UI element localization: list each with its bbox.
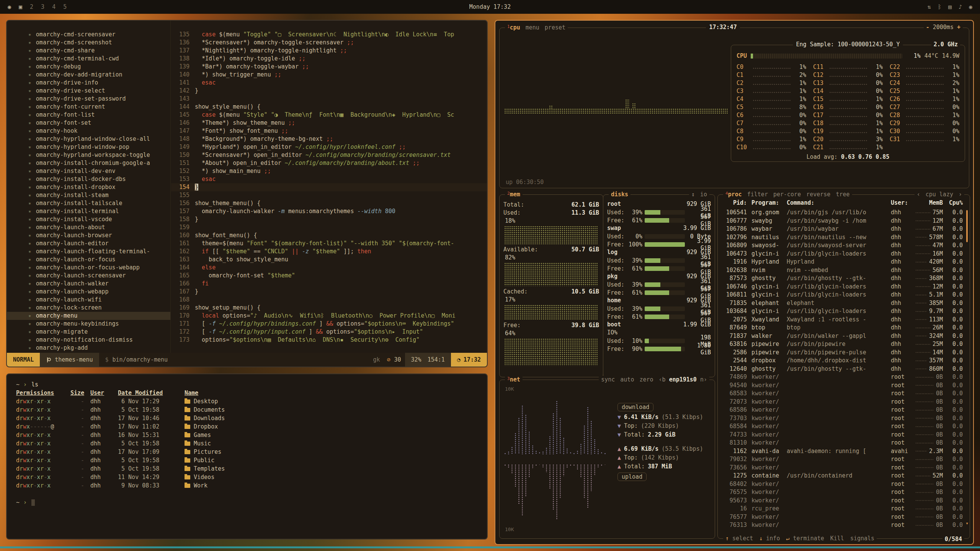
file-item[interactable]: ∗omarchy-cmd-terminal-cwd: [7, 55, 170, 63]
file-item[interactable]: ∗omarchy-font-current: [7, 103, 170, 111]
process-row[interactable]: 102796nautilus/usr/bin/nautilus --newdhh…: [722, 233, 963, 242]
file-item[interactable]: ∗omarchy-install-chromium-google-a: [7, 159, 170, 167]
file-item[interactable]: ∗omarchy-install-dev-env: [7, 167, 170, 175]
process-row[interactable]: 102638nvimnvim --embeddhh56M0.0: [722, 266, 963, 275]
process-row[interactable]: 73656kworker/root0B0.0: [722, 464, 963, 472]
tree-button[interactable]: tree: [836, 191, 849, 199]
process-row[interactable]: 16rcu_preeroot0B0.0: [722, 505, 963, 513]
process-row[interactable]: 73703kworker/root0B0.0: [722, 414, 963, 423]
file-item[interactable]: ∗omarchy-hyprland-window-pop: [7, 143, 170, 151]
process-row[interactable]: 87649btopbtopdhh26M0.0: [722, 324, 963, 332]
file-item[interactable]: ∗omarchy-launch-about: [7, 223, 170, 231]
file-item[interactable]: ∗omarchy-debug: [7, 63, 170, 71]
column-header[interactable]: User:: [891, 199, 915, 208]
file-item[interactable]: ∗omarchy-launch-or-focus: [7, 256, 170, 264]
menu-button[interactable]: menu: [526, 24, 539, 32]
process-row[interactable]: 94540kworker/root0B0.0: [722, 381, 963, 390]
net-zero-button[interactable]: zero: [639, 376, 653, 384]
process-row[interactable]: 106811glycin-i/usr/lib/glycin-loadersdhh…: [722, 291, 963, 299]
file-item[interactable]: ∗omarchy-launch-browser: [7, 231, 170, 240]
process-row[interactable]: 74733kworker/root0B0.0: [722, 431, 963, 439]
file-item[interactable]: ∗omarchy-install-terminal: [7, 207, 170, 215]
file-item[interactable]: ∗omarchy-lock-screen: [7, 304, 170, 312]
file-item[interactable]: ∗omarchy-install-steam: [7, 191, 170, 199]
process-row[interactable]: 68586kworker/root0B0.0: [722, 406, 963, 414]
process-row[interactable]: 68402kworker/root0B0.0: [722, 480, 963, 489]
process-row[interactable]: 71837walker/usr/bin/walker --gappldhh324…: [722, 332, 963, 341]
process-row[interactable]: 95673kworker/root0B0.0: [722, 497, 963, 505]
footer-action[interactable]: signals: [850, 535, 874, 543]
file-item[interactable]: ∗omarchy-pkg-add: [7, 344, 170, 352]
file-item[interactable]: ∗omarchy-drive-set-password: [7, 95, 170, 103]
process-row[interactable]: 106746glycin-i/usr/lib/glycin-loadersdhh…: [722, 283, 963, 291]
file-item[interactable]: ∗omarchy-hyprland-window-close-all: [7, 135, 170, 143]
workspace-5[interactable]: 5: [63, 3, 67, 10]
sort-selector[interactable]: ‹ cpu lazy ›: [915, 191, 964, 199]
file-item[interactable]: ∗omarchy-launch-screensaver: [7, 272, 170, 280]
file-item[interactable]: ∗omarchy-drive-info: [7, 79, 170, 87]
file-item[interactable]: ∗omarchy-hook: [7, 127, 170, 135]
net-sync-button[interactable]: sync: [601, 376, 615, 384]
sort-prev-icon[interactable]: ‹: [917, 191, 920, 199]
file-item[interactable]: ∗omarchy-launch-walker: [7, 280, 170, 288]
code-editor[interactable]: 135 case $(menu "Toggle" "▢ Screensaver\…: [171, 21, 487, 353]
process-row[interactable]: 106777swaybg/usr/bin/swaybg -i /homdhh12…: [722, 217, 963, 225]
process-row[interactable]: 1916HyprlandHyprlanddhh420M0.0: [722, 258, 963, 266]
process-row[interactable]: 103684glycin-i/usr/lib/glycin-loadersdhh…: [722, 307, 963, 316]
sort-next-icon[interactable]: ›: [959, 191, 962, 199]
file-item[interactable]: ∗omarchy-menu: [7, 312, 170, 320]
file-item[interactable]: ∗omarchy-menu-keybindings: [7, 320, 170, 328]
column-header[interactable]: MemB: [915, 199, 943, 208]
process-row[interactable]: 74869kworker/root0B0.0: [722, 373, 963, 381]
file-item[interactable]: ∗omarchy-launch-floating-terminal-: [7, 248, 170, 256]
process-row[interactable]: 106473glycin-i/usr/lib/glycin-loadersdhh…: [722, 250, 963, 258]
process-row[interactable]: 63816pipewire/usr/bin/pipewiredhh25M0.0: [722, 340, 963, 349]
process-scrollbar[interactable]: [966, 210, 968, 242]
reverse-button[interactable]: reverse: [806, 191, 830, 199]
footer-action[interactable]: ↵ terminate: [786, 535, 824, 543]
process-row[interactable]: 2544dropbox/home/dhh/.dropbox-distdhh357…: [722, 357, 963, 365]
process-row[interactable]: 76313kworker/root0B0.0: [722, 521, 963, 528]
file-item[interactable]: ∗omarchy-launch-or-focus-webapp: [7, 264, 170, 272]
footer-action[interactable]: ↑ select: [725, 535, 753, 543]
filter-button[interactable]: filter: [747, 191, 768, 199]
file-item[interactable]: ∗omarchy-install-dropbox: [7, 183, 170, 191]
power-icon[interactable]: ◉: [969, 3, 972, 10]
file-item[interactable]: ∗omarchy-migrate: [7, 328, 170, 336]
process-row[interactable]: 2586pipewire/usr/bin/pipewire-pulsedhh14…: [722, 349, 963, 357]
column-header[interactable]: Cpu%: [943, 199, 963, 208]
process-row[interactable]: 76575kworker/root0B0.0: [722, 488, 963, 497]
process-row[interactable]: 79032kworker/root0B0.0: [722, 455, 963, 464]
footer-action[interactable]: ↓ info: [759, 535, 780, 543]
terminal-window[interactable]: ~›ls PermissionsSizeUserDate ModifiedNam…: [6, 373, 488, 540]
process-row[interactable]: 2075XwaylandXwayland :1 -rootless -dhh11…: [722, 316, 963, 324]
interval-plus-button[interactable]: +: [957, 24, 960, 31]
file-item[interactable]: ∗omarchy-drive-select: [7, 87, 170, 95]
process-row[interactable]: 71835elephantelephantdhh385M0.0: [722, 299, 963, 308]
file-item[interactable]: ∗omarchy-install-tailscale: [7, 199, 170, 207]
file-item[interactable]: ∗omarchy-install-docker-dbs: [7, 175, 170, 183]
process-row[interactable]: 106809swayosd-/usr/bin/swayosd-serverdhh…: [722, 241, 963, 250]
interval-minus-button[interactable]: -: [926, 24, 929, 31]
process-row[interactable]: 106541org.gnom/usr/bin/gjs /usr/lib/odhh…: [722, 209, 963, 217]
process-row[interactable]: 87573ghostty/usr/bin/ghostty --gtk-dhh36…: [722, 274, 963, 283]
process-row[interactable]: 106786waybar/usr/bin/waybardhh67M0.0: [722, 225, 963, 233]
bluetooth-icon[interactable]: ᛒ: [938, 3, 941, 10]
footer-action[interactable]: Kill: [830, 535, 844, 543]
column-header[interactable]: Command:: [787, 199, 891, 208]
process-row[interactable]: 12640ghostty/usr/bin/ghostty --gtk-dhh86…: [722, 365, 963, 373]
file-item[interactable]: ∗omarchy-dev-add-migration: [7, 71, 170, 79]
file-item[interactable]: ∗omarchy-cmd-screenshot: [7, 39, 170, 47]
file-item[interactable]: ∗omarchy-launch-webapp: [7, 288, 170, 296]
file-item[interactable]: ∗omarchy-font-set: [7, 119, 170, 127]
process-row[interactable]: 72073kworker/root0B0.0: [722, 398, 963, 406]
net-interface[interactable]: ‹b enp191s0 n›: [659, 376, 707, 384]
keyboard-icon[interactable]: ▤: [948, 3, 952, 10]
workspace-3[interactable]: 3: [41, 3, 44, 10]
preset-button[interactable]: preset: [545, 24, 565, 32]
net-auto-button[interactable]: auto: [620, 376, 634, 384]
disks-io-toggle[interactable]: ↕ io: [689, 191, 709, 199]
column-header[interactable]: Pid:: [722, 199, 747, 208]
volume-icon[interactable]: ♪: [959, 3, 962, 10]
workspace-2[interactable]: 2: [30, 3, 33, 10]
